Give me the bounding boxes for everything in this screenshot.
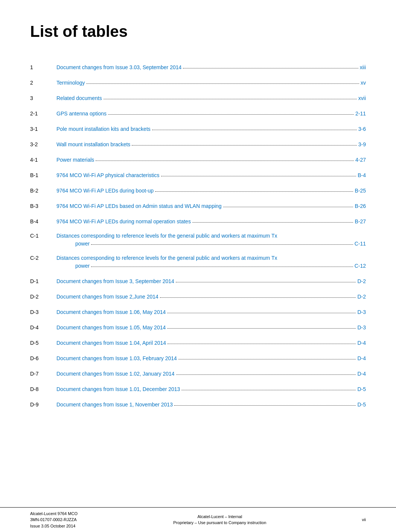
toc-title: 9764 MCO Wi-Fi AP LEDs during normal ope… bbox=[56, 218, 191, 224]
toc-title: Terminology bbox=[56, 80, 85, 86]
toc-row: D-9Document changes from Issue 1, Novemb… bbox=[30, 400, 366, 408]
toc-number: D-9 bbox=[30, 402, 56, 408]
toc-number: 3 bbox=[30, 95, 56, 101]
toc-row: B-39764 MCO Wi-Fi AP LEDs based on Admin… bbox=[30, 202, 366, 209]
toc-entry: 9764 MCO Wi-Fi AP physical characteristi… bbox=[56, 171, 366, 178]
page-footer: Alcatel-Lucent 9764 MCO 3MN-01707-0002-R… bbox=[0, 507, 396, 532]
toc-title-line1: Distances corresponding to reference lev… bbox=[56, 233, 366, 239]
toc-row: 2-1GPS antenna options2-11 bbox=[30, 109, 366, 117]
toc-title: Wall mount installation brackets bbox=[56, 141, 130, 147]
toc-page: D-3 bbox=[357, 309, 366, 315]
toc-entry: GPS antenna options2-11 bbox=[56, 109, 366, 117]
toc-dots bbox=[168, 339, 356, 344]
toc-row: D-8Document changes from Issue 1.01, Dec… bbox=[30, 385, 366, 392]
toc-row: B-49764 MCO Wi-Fi AP LEDs during normal … bbox=[30, 217, 366, 224]
toc-title-line1: Distances corresponding to reference lev… bbox=[56, 255, 366, 261]
toc-page: C-12 bbox=[355, 263, 366, 269]
toc-title: Document changes from Issue 1.04, April … bbox=[56, 340, 166, 346]
toc-page: 3-6 bbox=[358, 126, 366, 132]
toc-entry: Terminologyxv bbox=[56, 79, 366, 86]
toc-dots bbox=[174, 400, 356, 406]
toc-page: xvii bbox=[358, 95, 366, 101]
toc-title: 9764 MCO Wi-Fi AP LEDs during boot-up bbox=[56, 188, 154, 194]
toc-page: D-4 bbox=[357, 355, 366, 361]
toc-number: D-2 bbox=[30, 294, 56, 300]
toc-title: Document changes from Issue 1.06, May 20… bbox=[56, 309, 166, 315]
toc-entry: Document changes from Issue 1.05, May 20… bbox=[56, 323, 366, 330]
toc-page: B-27 bbox=[355, 218, 366, 224]
toc-dots bbox=[86, 79, 359, 84]
toc-title: Document changes from Issue 3, September… bbox=[56, 278, 174, 284]
toc-number: 1 bbox=[30, 64, 56, 70]
toc-title: Pole mount installation kits and bracket… bbox=[56, 126, 151, 132]
toc-title: Document changes from Issue 1, November … bbox=[56, 402, 173, 408]
footer-left: Alcatel-Lucent 9764 MCO 3MN-01707-0002-R… bbox=[30, 511, 78, 529]
toc-page: B-4 bbox=[358, 172, 366, 178]
toc-dots bbox=[167, 308, 356, 313]
toc-number: B-3 bbox=[30, 203, 56, 209]
toc-dots bbox=[192, 217, 353, 223]
toc-page: B-25 bbox=[355, 188, 366, 194]
toc-dots bbox=[183, 63, 358, 68]
toc-row: D-2Document changes from Issue 2,June 20… bbox=[30, 293, 366, 300]
toc-entry: Document changes from Issue 3, September… bbox=[56, 277, 366, 284]
footer-center: Alcatel-Lucent – Internal Proprietary – … bbox=[173, 514, 266, 526]
toc-dots bbox=[152, 125, 357, 130]
toc-entry: Distances corresponding to reference lev… bbox=[56, 233, 366, 247]
toc-dots bbox=[104, 94, 357, 99]
toc-row: D-7Document changes from Issue 1.02, Jan… bbox=[30, 370, 366, 377]
toc-dots bbox=[161, 171, 356, 176]
toc-title: Document changes from Issue 1.02, Januar… bbox=[56, 371, 175, 377]
toc-entry: Power materials4-27 bbox=[56, 156, 366, 163]
toc-number: D-6 bbox=[30, 355, 56, 361]
toc-page: D-5 bbox=[357, 386, 366, 392]
toc-row: D-3Document changes from Issue 1.06, May… bbox=[30, 308, 366, 315]
footer-right: vii bbox=[362, 517, 366, 523]
toc-number: 3-2 bbox=[30, 141, 56, 147]
toc-dots bbox=[176, 370, 356, 375]
toc-dots bbox=[91, 261, 353, 267]
toc-number: D-5 bbox=[30, 340, 56, 346]
toc-page: D-5 bbox=[357, 402, 366, 408]
toc-title: Document changes from Issue 3.03, Septem… bbox=[56, 64, 181, 70]
toc-list: 1Document changes from Issue 3.03, Septe… bbox=[30, 63, 366, 408]
toc-number: D-8 bbox=[30, 386, 56, 392]
toc-dots bbox=[91, 239, 353, 245]
toc-entry: Document changes from Issue 1.06, May 20… bbox=[56, 308, 366, 315]
toc-page: C-11 bbox=[355, 241, 366, 247]
toc-title: Power materials bbox=[56, 157, 94, 163]
toc-dots bbox=[132, 140, 356, 146]
toc-dots bbox=[167, 323, 356, 329]
toc-entry: Document changes from Issue 1, November … bbox=[56, 400, 366, 408]
toc-row: B-19764 MCO Wi-Fi AP physical characteri… bbox=[30, 171, 366, 178]
toc-row: D-5Document changes from Issue 1.04, Apr… bbox=[30, 339, 366, 346]
toc-entry: Related documentsxvii bbox=[56, 94, 366, 101]
toc-row: C-2Distances corresponding to reference … bbox=[30, 255, 366, 269]
toc-entry: Document changes from Issue 3.03, Septem… bbox=[56, 63, 366, 70]
toc-row: 4-1Power materials4-27 bbox=[30, 156, 366, 163]
toc-entry: Document changes from Issue 2,June 2014D… bbox=[56, 293, 366, 300]
toc-row: D-4Document changes from Issue 1.05, May… bbox=[30, 323, 366, 330]
toc-row: 1Document changes from Issue 3.03, Septe… bbox=[30, 63, 366, 70]
toc-title: Document changes from Issue 1.05, May 20… bbox=[56, 324, 166, 330]
toc-number: D-1 bbox=[30, 278, 56, 284]
toc-number: D-4 bbox=[30, 324, 56, 330]
page-title: List of tables bbox=[30, 23, 366, 41]
toc-page: D-2 bbox=[357, 294, 366, 300]
toc-entry: Pole mount installation kits and bracket… bbox=[56, 125, 366, 132]
toc-title-line2: power bbox=[75, 263, 90, 269]
toc-title-line2: power bbox=[75, 241, 90, 247]
toc-row: D-1Document changes from Issue 3, Septem… bbox=[30, 277, 366, 284]
toc-entry: Document changes from Issue 1.03, Februa… bbox=[56, 354, 366, 361]
toc-title: 9764 MCO Wi-Fi AP physical characteristi… bbox=[56, 172, 160, 178]
toc-number: C-1 bbox=[30, 233, 56, 239]
toc-page: D-3 bbox=[357, 324, 366, 330]
toc-dots bbox=[178, 354, 356, 359]
toc-page: xiii bbox=[360, 64, 366, 70]
toc-page: B-26 bbox=[355, 203, 366, 209]
toc-dots bbox=[223, 202, 353, 207]
toc-entry: 9764 MCO Wi-Fi AP LEDs during normal ope… bbox=[56, 217, 366, 224]
toc-row: B-29764 MCO Wi-Fi AP LEDs during boot-up… bbox=[30, 186, 366, 194]
toc-number: B-4 bbox=[30, 218, 56, 224]
toc-number: 2-1 bbox=[30, 111, 56, 117]
